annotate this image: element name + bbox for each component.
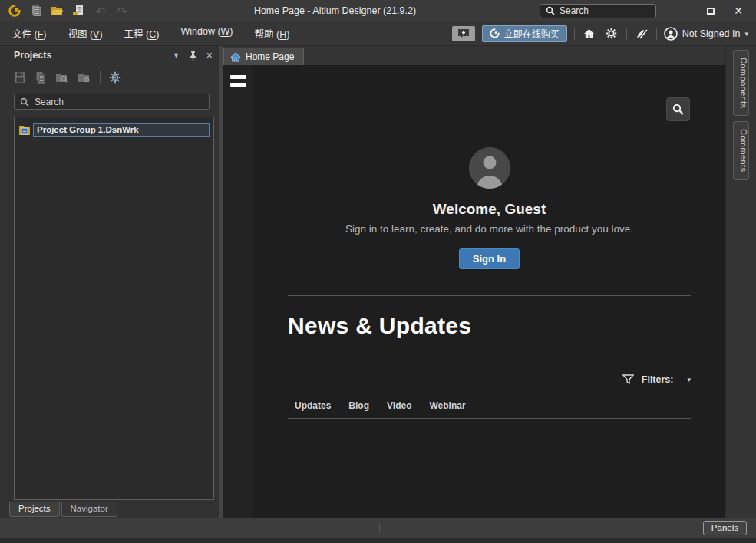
home-page-content: Welcome, Guest Sign in to learn, create,…	[223, 65, 725, 518]
news-tab-video[interactable]: Video	[387, 400, 411, 411]
search-icon	[546, 6, 555, 15]
right-panel-strip: Components Comments	[725, 46, 756, 518]
document-tabstrip: Home Page	[223, 46, 725, 65]
news-tab-webinar[interactable]: Webinar	[429, 400, 465, 411]
home-page-sidebar	[223, 65, 253, 518]
settings-gear-icon[interactable]	[604, 26, 619, 41]
projects-panel-header: Projects ▼ ×	[6, 46, 219, 64]
menu-items: 文件 (F) 视图 (V) 工程 (C) Window (W) 帮助 (H)	[12, 26, 289, 41]
tab-projects[interactable]: Projects	[9, 502, 60, 517]
sign-in-button[interactable]: Sign In	[459, 248, 520, 269]
tab-navigator[interactable]: Navigator	[61, 502, 117, 517]
maximize-button[interactable]	[699, 5, 722, 17]
separator	[626, 28, 627, 40]
filters-row: Filters: ▾	[288, 374, 691, 385]
separator	[574, 28, 575, 40]
search-placeholder: Search	[560, 5, 589, 16]
separator	[656, 28, 657, 40]
tab-comments[interactable]: Comments	[733, 121, 749, 179]
open-document-icon[interactable]	[71, 3, 87, 18]
guest-avatar	[469, 147, 510, 189]
altium-swirl-icon	[490, 28, 500, 38]
copy-document-icon[interactable]	[28, 3, 45, 18]
welcome-section: Welcome, Guest Sign in to learn, create,…	[253, 65, 725, 269]
menu-window[interactable]: Window (W)	[180, 26, 233, 41]
welcome-subtitle: Sign in to learn, create, and do more wi…	[345, 223, 633, 235]
account-label: Not Signed In	[682, 28, 741, 39]
search-icon	[20, 97, 29, 107]
window-title: Home Page - Altium Designer (21.9.2)	[254, 5, 416, 16]
title-bar: ↶ ↷ Home Page - Altium Designer (21.9.2)…	[0, 0, 756, 21]
close-button[interactable]: ✕	[727, 5, 750, 17]
tab-home-page[interactable]: Home Page	[223, 48, 304, 65]
panels-button[interactable]: Panels	[703, 521, 747, 535]
copy-documents-icon[interactable]	[35, 71, 47, 84]
chevron-down-icon: ▾	[744, 30, 748, 38]
welcome-title: Welcome, Guest	[433, 201, 546, 218]
window-bottom-edge	[0, 538, 756, 543]
projects-toolbar	[6, 64, 219, 90]
project-group-icon	[18, 124, 31, 136]
redo-icon[interactable]: ↷	[114, 3, 130, 18]
filters-label: Filters:	[642, 374, 674, 385]
section-divider	[288, 295, 691, 296]
news-tab-blog[interactable]: Blog	[348, 400, 369, 411]
panel-bottom-tabs: Projects Navigator	[6, 500, 219, 518]
workspace: Projects ▼ ×	[0, 46, 756, 518]
panel-gear-icon[interactable]	[109, 71, 121, 84]
open-project-icon[interactable]	[55, 71, 69, 84]
search-placeholder: Search	[35, 97, 64, 107]
news-filter-tabs: Updates Blog Video Webinar	[295, 400, 691, 418]
project-group-item[interactable]: Project Group 1.DsnWrk	[33, 123, 210, 137]
status-bar: Panels	[0, 518, 756, 538]
maximize-glyph	[707, 8, 715, 15]
menu-help[interactable]: 帮助 (H)	[255, 26, 290, 41]
statusbar-divider	[379, 524, 380, 533]
altium-logo-icon	[6, 3, 23, 18]
projects-panel: Projects ▼ ×	[0, 46, 219, 518]
menu-file[interactable]: 文件 (F)	[12, 26, 46, 41]
pen-slash-icon[interactable]	[634, 26, 649, 41]
search-icon	[672, 104, 684, 115]
home-icon[interactable]	[582, 26, 597, 41]
section-divider	[288, 418, 691, 419]
projects-panel-title: Projects	[14, 50, 51, 61]
menubar-right-cluster: 立即在线购买 Not Signed In ▾	[452, 25, 748, 42]
home-page-body: Welcome, Guest Sign in to learn, create,…	[253, 65, 725, 518]
home-tab-icon	[230, 52, 241, 62]
save-icon[interactable]	[14, 71, 26, 84]
minimize-button[interactable]: –	[672, 5, 695, 17]
news-updates-title: News & Updates	[288, 313, 691, 339]
feedback-comment-button[interactable]	[452, 26, 475, 41]
hamburger-menu-icon[interactable]	[230, 75, 253, 87]
panel-close-icon[interactable]: ×	[206, 50, 213, 61]
menu-bar: 文件 (F) 视图 (V) 工程 (C) Window (W) 帮助 (H) 立…	[0, 21, 756, 46]
undo-icon[interactable]: ↶	[92, 3, 109, 18]
account-menu[interactable]: Not Signed In ▾	[664, 27, 748, 41]
buy-online-button[interactable]: 立即在线购买	[482, 25, 567, 42]
document-area: Home Page Welcome, Guest Sign in to lea	[223, 46, 725, 518]
separator	[100, 71, 101, 84]
tree-row[interactable]: Project Group 1.DsnWrk	[18, 123, 210, 137]
global-search-input[interactable]: Search	[540, 4, 656, 18]
open-folder-icon[interactable]	[49, 3, 66, 18]
panel-header-icons: ▼ ×	[173, 50, 213, 61]
tab-components[interactable]: Components	[733, 50, 749, 116]
menu-project[interactable]: 工程 (C)	[124, 26, 160, 41]
panel-dropdown-icon[interactable]: ▼	[173, 51, 180, 59]
news-tab-updates[interactable]: Updates	[295, 400, 331, 411]
projects-search-input[interactable]: Search	[14, 94, 210, 110]
projects-tree[interactable]: Project Group 1.DsnWrk	[14, 117, 214, 500]
buy-online-label: 立即在线购买	[504, 27, 560, 40]
user-avatar-icon	[664, 27, 678, 41]
pin-icon[interactable]	[189, 51, 197, 61]
filter-funnel-icon[interactable]	[622, 374, 634, 385]
folder-settings-icon[interactable]	[78, 71, 91, 84]
menu-view[interactable]: 视图 (V)	[68, 26, 102, 41]
filters-dropdown-icon[interactable]: ▾	[687, 376, 691, 383]
home-tab-label: Home Page	[246, 51, 294, 62]
page-search-button[interactable]	[666, 97, 690, 121]
